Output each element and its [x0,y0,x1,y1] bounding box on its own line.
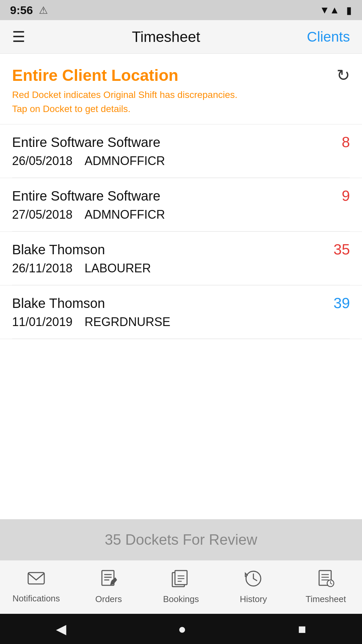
bottom-nav: Notifications Orders Bookings [0,560,362,614]
docket-date: 11/01/2019 [12,315,72,329]
docket-role: ADMNOFFICR [84,208,165,222]
footer-summary-text: 35 Dockets For Review [105,531,257,548]
content-area: Entire Client Location ↻ Red Docket indi… [0,54,362,560]
docket-date: 26/05/2018 [12,154,72,168]
docket-row1: Entire Software Software 8 [12,134,350,151]
docket-row2: 26/11/2018 LABOURER [12,261,350,285]
docket-row2: 26/05/2018 ADMNOFFICR [12,154,350,178]
docket-name: Blake Thomson [12,242,105,257]
svg-rect-7 [175,571,187,585]
back-button[interactable]: ◀ [56,621,66,637]
battery-icon: ▮ [346,4,352,16]
docket-role: LABOURER [84,261,151,275]
nav-label-timesheet: Timesheet [306,594,346,604]
docket-row1: Blake Thomson 39 [12,295,350,312]
bookings-icon [172,570,190,591]
refresh-icon[interactable]: ↻ [337,66,350,85]
docket-item[interactable]: Entire Software Software 8 26/05/2018 AD… [0,124,362,178]
docket-number: 39 [334,295,350,312]
docket-item[interactable]: Blake Thomson 39 11/01/2019 REGRDNURSE [0,285,362,339]
docket-name: Entire Software Software [12,189,160,204]
docket-number: 35 [334,241,350,258]
status-bar: 9:56 ⚠ ▼▲ ▮ [0,0,362,20]
docket-name: Entire Software Software [12,135,160,150]
footer-summary: 35 Dockets For Review [0,519,362,560]
nav-item-orders[interactable]: Orders [72,570,145,604]
nav-item-bookings[interactable]: Bookings [145,570,217,604]
clients-link[interactable]: Clients [307,29,350,45]
docket-row2: 11/01/2019 REGRDNURSE [12,315,350,339]
svg-rect-0 [28,573,44,584]
docket-role: REGRDNURSE [84,315,170,329]
svg-marker-5 [111,578,117,585]
recent-button[interactable]: ■ [298,622,306,637]
nav-label-notifications: Notifications [12,593,60,604]
docket-list: Entire Software Software 8 26/05/2018 AD… [0,124,362,519]
nav-item-timesheet[interactable]: Timesheet [290,570,362,604]
home-button[interactable]: ● [178,622,186,637]
hint-text: Red Docket indicates Original Shift has … [0,88,362,124]
nav-label-orders: Orders [95,594,122,604]
timesheet-icon [317,570,335,591]
nav-label-bookings: Bookings [163,594,199,604]
docket-name: Blake Thomson [12,296,105,311]
status-time: 9:56 [10,4,33,17]
notifications-icon [27,571,45,591]
section-title-area: Entire Client Location ↻ [0,54,362,88]
header-title: Timesheet [25,29,307,45]
docket-number: 9 [342,187,350,204]
docket-date: 26/11/2018 [12,261,72,275]
docket-row1: Blake Thomson 35 [12,241,350,258]
orders-icon [100,570,117,591]
docket-role: ADMNOFFICR [84,154,165,168]
docket-number: 8 [342,134,350,151]
docket-row2: 27/05/2018 ADMNOFFICR [12,208,350,231]
docket-row1: Entire Software Software 9 [12,187,350,204]
status-icons: ▼▲ ▮ [320,4,352,16]
nav-label-history: History [240,594,267,604]
docket-item[interactable]: Entire Software Software 9 27/05/2018 AD… [0,178,362,231]
wifi-icon: ▼▲ [320,4,340,16]
docket-date: 27/05/2018 [12,208,72,222]
docket-item[interactable]: Blake Thomson 35 26/11/2018 LABOURER [0,231,362,285]
menu-icon[interactable]: ☰ [12,30,25,44]
nav-item-history[interactable]: History [217,570,290,604]
warning-icon: ⚠ [39,4,48,16]
history-icon [245,570,262,591]
nav-item-notifications[interactable]: Notifications [0,571,72,604]
android-nav: ◀ ● ■ [0,614,362,644]
section-title: Entire Client Location [12,66,178,85]
header: ☰ Timesheet Clients [0,20,362,54]
